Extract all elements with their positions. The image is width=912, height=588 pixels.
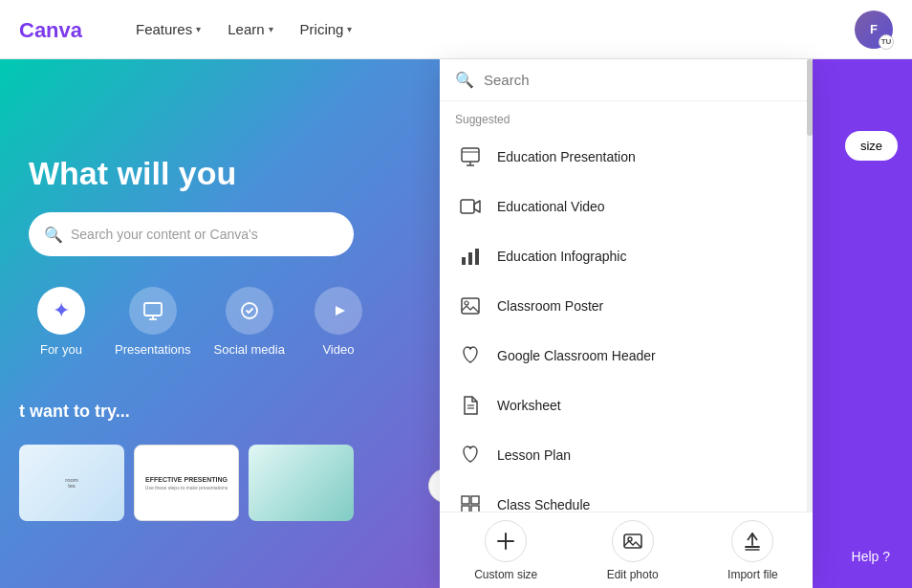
svg-rect-11 [468, 252, 472, 265]
suggestion-text: Lesson Plan [497, 447, 571, 463]
suggestion-google-classroom-header[interactable]: Google Classroom Header [440, 331, 813, 381]
chart-icon [455, 241, 486, 272]
hero-panel: What will you 🔍 Search your content or C… [0, 59, 440, 588]
social-media-icon [226, 287, 273, 335]
category-social-media[interactable]: Social media [203, 277, 296, 366]
import-file-icon [731, 520, 773, 562]
svg-marker-4 [336, 306, 345, 316]
search-icon: 🔍 [44, 226, 63, 244]
category-for-you[interactable]: ✦ For you [19, 277, 103, 366]
search-icon: 🔍 [455, 71, 474, 89]
apple-lesson-icon [455, 440, 486, 470]
apple-icon [455, 340, 486, 371]
suggestion-classroom-poster[interactable]: Classroom Poster [440, 281, 813, 331]
bottom-toolbar: Custom size Edit photo Import file [440, 512, 813, 588]
header: Canva Features ▾ Learn ▾ Pricing ▾ F TU [0, 0, 912, 59]
toolbar-label: Edit photo [607, 568, 659, 581]
toolbar-label: Custom size [474, 568, 537, 581]
category-video[interactable]: Video [296, 277, 380, 366]
svg-text:Canva: Canva [19, 18, 83, 42]
toolbar-label: Import file [727, 568, 778, 581]
hero-search-placeholder: Search your content or Canva's [71, 227, 258, 242]
import-file-toolbar-item[interactable]: Import file [712, 512, 793, 589]
category-label: Social media [214, 342, 285, 357]
suggestion-educational-video[interactable]: Educational Video [440, 182, 813, 231]
avatar-badge: TU [879, 34, 894, 50]
image-icon [455, 291, 486, 321]
avatar[interactable]: F TU [855, 11, 893, 49]
help-button[interactable]: Help ? [835, 539, 907, 574]
custom-size-icon [485, 520, 527, 562]
suggestion-education-presentation[interactable]: Education Presentation [440, 132, 813, 182]
presentations-icon [129, 287, 177, 335]
scrollbar[interactable] [807, 59, 813, 579]
chevron-down-icon: ▾ [196, 24, 201, 34]
thumbnail-3[interactable] [249, 445, 354, 521]
video-icon [315, 287, 362, 335]
suggestion-text: Worksheet [497, 398, 561, 413]
search-dropdown: 🔍 Suggested Education Presentation Educa… [440, 59, 813, 579]
for-you-icon: ✦ [37, 287, 85, 335]
svg-rect-5 [462, 148, 479, 162]
category-label: Video [322, 342, 354, 357]
doc-icon [455, 390, 486, 421]
hero-headline: What will you [29, 155, 236, 192]
svg-rect-20 [471, 496, 479, 504]
hero-search-bar[interactable]: 🔍 Search your content or Canva's [29, 212, 354, 256]
suggestion-text: Education Presentation [497, 149, 636, 164]
svg-rect-13 [462, 298, 479, 314]
try-label: t want to try... [19, 402, 130, 422]
chevron-down-icon: ▾ [269, 24, 273, 34]
svg-rect-9 [461, 200, 474, 213]
scrollbar-thumb [807, 59, 813, 136]
suggestion-text: Class Schedule [497, 497, 590, 512]
thumbnail-2[interactable]: EFFECTIVE PRESENTING Use these steps to … [134, 445, 239, 521]
svg-rect-12 [475, 249, 479, 265]
svg-rect-10 [462, 257, 466, 265]
svg-point-14 [465, 301, 468, 305]
suggestion-text: Education Infographic [497, 249, 626, 264]
nav-features[interactable]: Features ▾ [124, 13, 212, 45]
svg-rect-1 [144, 303, 162, 316]
category-bar: ✦ For you Presentations Social media Vid… [0, 277, 440, 366]
category-presentations[interactable]: Presentations [103, 277, 203, 366]
main-nav: Features ▾ Learn ▾ Pricing ▾ [124, 13, 363, 45]
chevron-down-icon: ▾ [347, 24, 352, 34]
thumbnail-1[interactable]: roomles [19, 445, 124, 521]
nav-learn[interactable]: Learn ▾ [216, 13, 284, 45]
edit-photo-icon [612, 520, 654, 562]
thumbnails-row: roomles EFFECTIVE PRESENTING Use these s… [0, 435, 440, 588]
suggestion-education-infographic[interactable]: Education Infographic [440, 231, 813, 281]
suggestion-text: Educational Video [497, 199, 605, 214]
edit-photo-toolbar-item[interactable]: Edit photo [592, 512, 674, 589]
presentation-icon [455, 142, 486, 172]
custom-size-button[interactable]: size [845, 131, 898, 161]
nav-pricing[interactable]: Pricing ▾ [289, 13, 364, 45]
suggestion-worksheet[interactable]: Worksheet [440, 381, 813, 430]
svg-rect-19 [462, 496, 469, 504]
category-label: Presentations [115, 342, 191, 357]
category-label: For you [40, 342, 82, 357]
suggestion-text: Google Classroom Header [497, 348, 656, 363]
svg-point-28 [628, 537, 632, 541]
search-input[interactable] [484, 72, 797, 88]
suggested-label: Suggested [440, 101, 813, 132]
video-icon [455, 191, 486, 222]
suggestion-text: Classroom Poster [497, 298, 603, 314]
logo[interactable]: Canva [19, 16, 105, 43]
search-bar: 🔍 [440, 59, 813, 101]
custom-size-toolbar-item[interactable]: Custom size [459, 512, 553, 589]
suggestion-lesson-plan[interactable]: Lesson Plan [440, 430, 813, 480]
